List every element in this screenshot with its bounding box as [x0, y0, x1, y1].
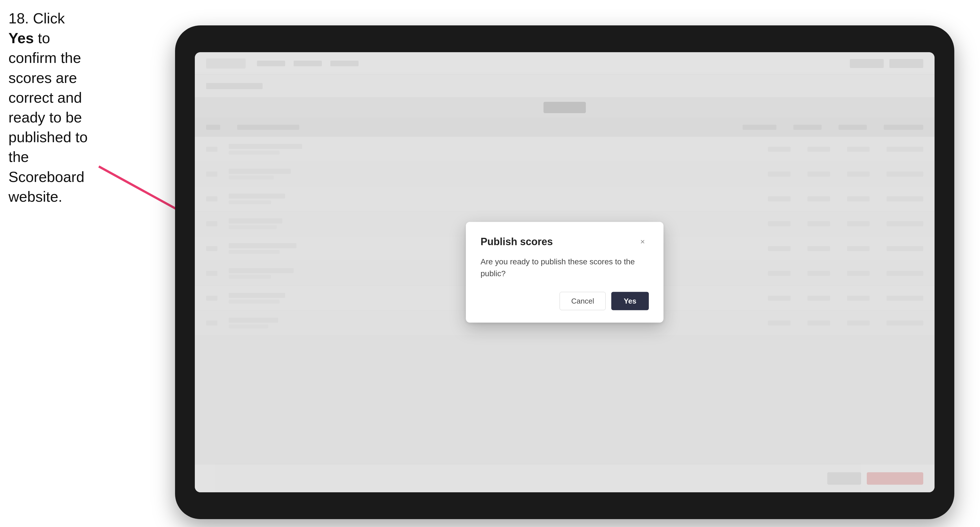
tablet-device: Publish scores × Are you ready to publis…: [175, 25, 954, 519]
modal-header: Publish scores ×: [480, 236, 649, 248]
yes-button[interactable]: Yes: [611, 292, 649, 310]
modal-footer: Cancel Yes: [480, 292, 649, 310]
instruction-text: 18. Click Yes to confirm the scores are …: [8, 8, 90, 206]
cancel-button[interactable]: Cancel: [560, 292, 606, 310]
publish-scores-modal: Publish scores × Are you ready to publis…: [466, 222, 663, 323]
modal-body-text: Are you ready to publish these scores to…: [480, 256, 649, 279]
modal-title: Publish scores: [480, 236, 553, 248]
modal-close-button[interactable]: ×: [636, 236, 649, 248]
tablet-screen: Publish scores × Are you ready to publis…: [195, 52, 935, 492]
